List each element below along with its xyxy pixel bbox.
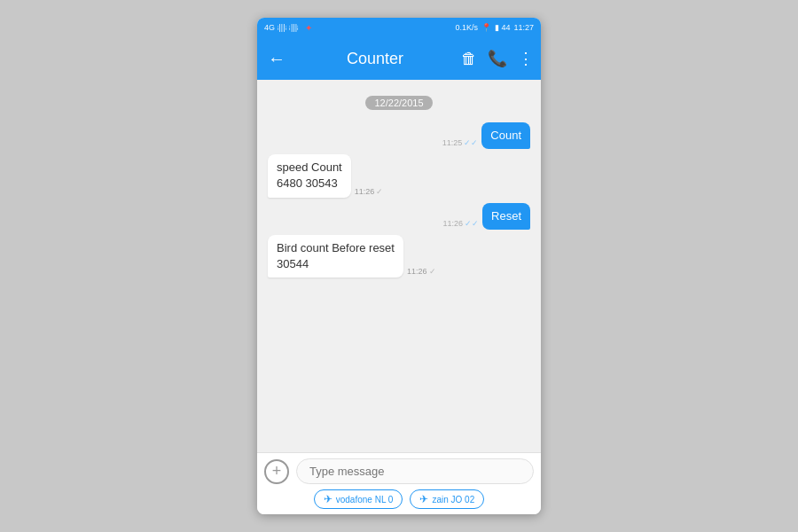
sent-bubble-1: Count <box>481 122 530 149</box>
message-row: 11:26 ✓✓ Reset <box>268 203 530 230</box>
bubble-time-sent-2: 11:26 ✓✓ <box>443 219 480 228</box>
received-bubble-2: Bird count Before reset 30544 <box>268 235 403 278</box>
bubble-time-recv-1: 11:26 ✓ <box>355 187 384 196</box>
sim-indicator: ✦ <box>305 23 312 33</box>
message-row: Bird count Before reset 30544 11:26 ✓ <box>268 235 530 278</box>
status-right: 0.1K/s 📍 ▮ 44 11:27 <box>455 23 534 32</box>
back-button[interactable]: ← <box>264 45 289 73</box>
sim2-icon: ✈ <box>419 493 428 505</box>
sent-text-1: Count <box>490 129 521 142</box>
received-text-1: speed Count 6480 30543 <box>277 160 342 190</box>
clock: 11:27 <box>513 23 534 32</box>
date-badge: 12/22/2015 <box>365 96 432 110</box>
call-button[interactable]: 📞 <box>488 49 507 68</box>
tick-icon: ✓✓ <box>465 219 479 228</box>
input-row: + <box>264 458 534 484</box>
received-text-2: Bird count Before reset 30544 <box>277 241 395 270</box>
app-bar-actions: 🗑 📞 ⋮ <box>461 49 534 68</box>
delete-button[interactable]: 🗑 <box>461 50 477 68</box>
bubble-time-recv-2: 11:26 ✓ <box>407 267 436 276</box>
sent-bubble-2: Reset <box>482 203 530 230</box>
bottom-area: + ✈ vodafone NL 0 ✈ zain JO 02 <box>257 452 541 514</box>
message-row: 11:25 ✓✓ Count <box>268 122 530 149</box>
chat-area: 12/22/2015 11:25 ✓✓ Count speed Count 64… <box>257 80 541 452</box>
app-bar: ← Counter 🗑 📞 ⋮ <box>257 37 541 80</box>
sim1-label: vodafone NL 0 <box>336 495 394 505</box>
tick-icon: ✓ <box>429 267 436 276</box>
bubble-time-sent-1: 11:25 ✓✓ <box>442 138 479 147</box>
message-row: speed Count 6480 30543 11:26 ✓ <box>268 154 530 197</box>
status-left: 4G ᵢ|||ᵢ ᵢ|||ᵢ ✦ <box>264 23 312 33</box>
more-button[interactable]: ⋮ <box>518 49 534 68</box>
battery-indicator: ▮ 44 <box>495 23 511 32</box>
received-bubble-1: speed Count 6480 30543 <box>268 154 351 197</box>
location-icon: 📍 <box>481 23 491 32</box>
tick-icon: ✓ <box>376 187 383 196</box>
signal-indicator: 4G ᵢ|||ᵢ ᵢ|||ᵢ <box>264 23 299 32</box>
sim2-label: zain JO 02 <box>432 495 474 505</box>
sim2-button[interactable]: ✈ zain JO 02 <box>410 489 484 509</box>
tick-icon: ✓✓ <box>464 138 478 147</box>
sim-row: ✈ vodafone NL 0 ✈ zain JO 02 <box>264 489 534 509</box>
message-input[interactable] <box>296 458 534 484</box>
data-speed: 0.1K/s <box>455 23 478 32</box>
sim1-icon: ✈ <box>324 493 332 505</box>
add-button[interactable]: + <box>264 459 289 484</box>
app-title: Counter <box>296 50 454 68</box>
phone-container: 4G ᵢ|||ᵢ ᵢ|||ᵢ ✦ 0.1K/s 📍 ▮ 44 11:27 ← C… <box>257 18 541 514</box>
sent-text-2: Reset <box>491 209 521 223</box>
sim1-button[interactable]: ✈ vodafone NL 0 <box>314 489 403 509</box>
status-bar: 4G ᵢ|||ᵢ ᵢ|||ᵢ ✦ 0.1K/s 📍 ▮ 44 11:27 <box>257 18 541 37</box>
